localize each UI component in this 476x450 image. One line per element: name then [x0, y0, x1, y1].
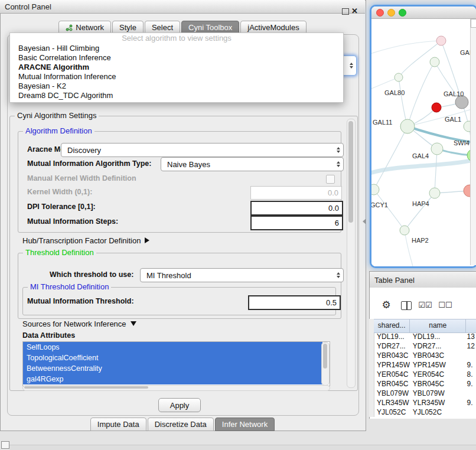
- table-row[interactable]: YDL19...YDL19...13: [374, 332, 476, 341]
- cell: 8.: [464, 370, 476, 379]
- dropdown-item[interactable]: Dream8 DC_TDC Algorithm: [10, 91, 343, 100]
- network-node[interactable]: [436, 36, 446, 45]
- network-node[interactable]: [432, 103, 441, 112]
- settings-scrollbar[interactable]: [347, 119, 356, 388]
- list-item[interactable]: TopologicalCoefficient: [23, 353, 322, 363]
- cell: YLR345W: [410, 398, 464, 407]
- chevron-right-icon: [145, 237, 149, 243]
- float-window-icon[interactable]: [342, 8, 349, 15]
- table-row[interactable]: YDR27...YDR27...12: [374, 341, 476, 351]
- dropdown-item[interactable]: Basic Correlation Inference: [10, 53, 343, 63]
- cell: 9.: [464, 379, 476, 389]
- group-title: MI Threshold Definition: [28, 282, 111, 291]
- table-row[interactable]: YLR345WYLR345W9.: [374, 398, 476, 407]
- network-window-titlebar[interactable]: [371, 6, 476, 19]
- close-icon[interactable]: ✕: [351, 8, 358, 14]
- cell: 13: [464, 332, 476, 341]
- column-header-cut[interactable]: [466, 319, 476, 332]
- settings-scrollbar-thumb[interactable]: [348, 121, 353, 223]
- cell: YBR043C: [374, 351, 410, 360]
- network-node[interactable]: [455, 96, 468, 109]
- sources-expander[interactable]: Sources for Network Inference: [22, 319, 136, 328]
- table-row[interactable]: YBL079WYBL079W: [374, 389, 476, 398]
- kernel-width-label: Kernel Width (0,1):: [27, 186, 92, 198]
- network-scrollbar[interactable]: [470, 19, 476, 265]
- network-node[interactable]: [430, 57, 439, 67]
- network-canvas[interactable]: GAL80 GAL10 GAL1 GAL11 SWI4 GAL4 GCY1 HA…: [371, 19, 476, 266]
- zoom-traffic-light[interactable]: [399, 9, 406, 17]
- aracne-mode-combobox[interactable]: Discovery: [61, 143, 344, 157]
- cell: YJL052C: [410, 407, 464, 417]
- cell: YPR145W: [410, 360, 464, 370]
- kernel-width-field[interactable]: 0.0: [250, 186, 342, 200]
- data-attributes-list[interactable]: SelfLoops TopologicalCoefficient Between…: [22, 341, 330, 386]
- control-panel-title: Control Panel: [0, 2, 51, 11]
- column-header-shared-name[interactable]: shared...: [374, 319, 410, 332]
- gear-icon[interactable]: ⚙: [380, 299, 392, 311]
- dropdown-placeholder: Select algorithm to view settings: [10, 33, 343, 44]
- mi-algorithm-type-combobox[interactable]: Naive Bayes: [161, 157, 344, 171]
- network-node[interactable]: [431, 143, 443, 155]
- tab-impute-data[interactable]: Impute Data: [90, 418, 146, 431]
- bottom-panel-edge: [9, 445, 476, 450]
- tab-label: Impute Data: [97, 419, 139, 430]
- list-horizontal-scrollbar-thumb[interactable]: [24, 386, 148, 389]
- network-scrollbar-button[interactable]: [471, 19, 476, 28]
- list-item[interactable]: BetweennessCentrality: [23, 363, 322, 374]
- dropdown-item[interactable]: Mutual Information Inference: [10, 72, 343, 81]
- dpi-tolerance-label: DPI Tolerance [0,1]:: [27, 201, 96, 213]
- dpi-tolerance-field[interactable]: 0.0: [250, 201, 343, 216]
- table-row[interactable]: YBR045CYBR045C9.: [374, 379, 476, 389]
- dropdown-item[interactable]: Bayesian - K2: [10, 81, 343, 91]
- hub-definition-expander[interactable]: Hub/Transcription Factor Definition: [22, 236, 149, 245]
- cell: YPR145W: [374, 360, 410, 370]
- table-panel-titlebar[interactable]: Table Panel: [369, 271, 476, 289]
- network-node[interactable]: [395, 73, 403, 81]
- manual-kernel-width-checkbox[interactable]: [326, 175, 335, 184]
- network-node[interactable]: [429, 188, 440, 198]
- tab-infer-network[interactable]: Infer Network: [215, 418, 275, 431]
- network-node-label: HAP4: [412, 200, 429, 207]
- algorithm-dropdown-popup: Select algorithm to view settings Bayesi…: [9, 32, 344, 103]
- group-title: Cyni Algorithm Settings: [15, 111, 99, 120]
- apply-button[interactable]: Apply: [158, 398, 201, 412]
- mi-steps-field[interactable]: 6: [250, 216, 343, 230]
- table-row[interactable]: YBR043CYBR043C: [374, 351, 476, 360]
- which-threshold-combobox[interactable]: MI Threshold: [140, 268, 344, 282]
- table-header: shared... name: [374, 319, 476, 333]
- network-node[interactable]: [371, 184, 379, 195]
- dropdown-item-selected[interactable]: ARACNE Algorithm: [10, 63, 343, 72]
- select-all-checkboxes-icon[interactable]: ☑☑: [417, 299, 433, 310]
- tab-label: Select: [152, 22, 173, 33]
- network-view-window[interactable]: GAL80 GAL10 GAL1 GAL11 SWI4 GAL4 GCY1 HA…: [371, 6, 476, 266]
- control-panel-titlebar[interactable]: Control Panel: [0, 0, 365, 14]
- cell: YER054C: [374, 370, 410, 379]
- cell: YBL079W: [410, 389, 464, 398]
- close-traffic-light[interactable]: [376, 9, 384, 17]
- table-row[interactable]: YJL052CYJL052C: [374, 407, 476, 417]
- splitter-collapse-arrow[interactable]: [363, 219, 366, 224]
- dropdown-item[interactable]: Bayesian - Hill Climbing: [10, 44, 343, 53]
- list-scrollbar[interactable]: [321, 342, 330, 386]
- cell: YJL052C: [374, 407, 410, 417]
- network-node[interactable]: [400, 119, 415, 133]
- columns-icon[interactable]: [401, 301, 412, 310]
- sources-label: Sources for Network Inference: [22, 319, 126, 328]
- tab-label: Discretize Data: [155, 419, 207, 430]
- minimize-traffic-light[interactable]: [387, 9, 395, 17]
- list-item[interactable]: gal4RGexp: [23, 374, 322, 384]
- deselect-all-checkboxes-icon[interactable]: ☐☐: [437, 299, 454, 310]
- cell: YDR27...: [410, 341, 464, 351]
- table-row[interactable]: YER054CYER054C8.: [374, 370, 476, 379]
- network-node[interactable]: [400, 226, 409, 235]
- column-header-name[interactable]: name: [410, 319, 466, 332]
- mi-threshold-field[interactable]: 0.5: [248, 295, 341, 310]
- table-row[interactable]: YPR145WYPR145W9.: [374, 360, 476, 370]
- tab-discretize-data[interactable]: Discretize Data: [148, 418, 214, 431]
- list-scrollbar-thumb[interactable]: [323, 344, 327, 369]
- minimized-panel-icon[interactable]: [1, 441, 9, 449]
- list-item[interactable]: SelfLoops: [23, 342, 322, 353]
- combo-arrows-icon: [337, 147, 340, 153]
- data-attributes-label: Data Attributes: [22, 331, 75, 340]
- list-horizontal-scrollbar[interactable]: [22, 385, 330, 391]
